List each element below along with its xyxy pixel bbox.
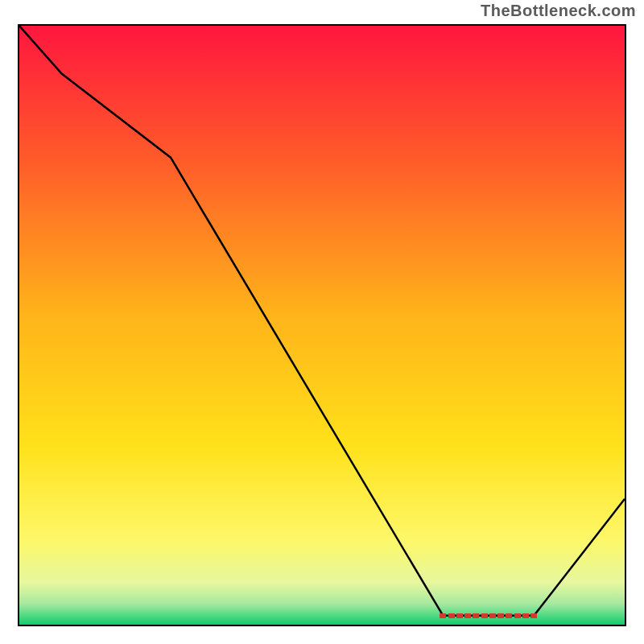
optimal-marker-dot (456, 613, 463, 618)
plot-area (18, 24, 626, 626)
optimal-marker-dot (481, 613, 488, 618)
optimal-marker-dot (522, 613, 529, 618)
optimal-marker-dot (473, 613, 479, 618)
optimal-marker-dot (440, 613, 446, 618)
optimal-marker-dot (497, 613, 504, 618)
optimal-marker-dot (448, 613, 455, 618)
optimal-marker-dot (506, 613, 512, 618)
optimal-marker-dot (530, 613, 537, 618)
watermark: TheBottleneck.com (481, 2, 636, 20)
bottleneck-curve (19, 26, 625, 625)
optimal-marker-dot (464, 613, 471, 618)
optimal-marker-dot (514, 613, 521, 618)
optimal-marker-dot (489, 613, 496, 618)
chart-container: TheBottleneck.com (0, 0, 644, 644)
